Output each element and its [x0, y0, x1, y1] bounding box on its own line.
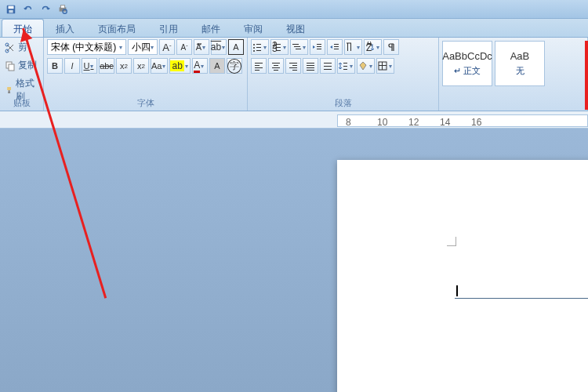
svg-rect-12 [256, 44, 261, 45]
svg-rect-55 [343, 63, 347, 64]
numbering-icon: 123 [271, 42, 282, 53]
brush-icon [5, 85, 13, 96]
tab-review[interactable]: 审阅 [232, 19, 274, 37]
svg-rect-1 [9, 5, 14, 9]
char-shading-button[interactable]: A [209, 58, 225, 74]
increase-indent-button[interactable] [327, 39, 343, 55]
decrease-indent-button[interactable] [310, 39, 325, 55]
font-color-button[interactable]: A [192, 58, 208, 74]
svg-rect-49 [307, 65, 314, 66]
svg-rect-54 [324, 69, 332, 70]
font-name-select[interactable]: 宋体 (中文标题)▾ [47, 39, 126, 55]
svg-rect-25 [296, 49, 301, 49]
outdent-icon [312, 42, 323, 53]
ruler-mark: 16 [471, 117, 481, 127]
svg-rect-52 [324, 63, 332, 64]
svg-rect-4 [60, 5, 64, 8]
font-size-select[interactable]: 小四▾ [128, 39, 158, 55]
bullets-icon [252, 42, 263, 53]
subscript-button[interactable]: x2 [116, 58, 132, 74]
show-marks-button[interactable] [383, 39, 399, 55]
svg-rect-31 [334, 49, 339, 49]
text-direction-button[interactable] [344, 39, 362, 55]
style-preview: AaB [510, 50, 530, 62]
spacing-icon [338, 60, 349, 71]
bullets-button[interactable] [251, 39, 269, 55]
highlight-button[interactable]: ab [169, 58, 190, 74]
align-distribute-button[interactable] [320, 58, 336, 74]
svg-point-13 [253, 47, 255, 49]
svg-rect-37 [255, 65, 260, 66]
horizontal-ruler[interactable]: 8 10 12 14 16 [337, 114, 588, 127]
style-none[interactable]: AaB 无 [495, 41, 545, 86]
italic-button[interactable]: I [64, 58, 80, 74]
svg-rect-23 [292, 44, 299, 45]
borders-icon [377, 60, 388, 71]
sort-button[interactable]: AZ [364, 39, 382, 55]
ruler-mark: 10 [377, 117, 387, 127]
align-justify-icon [305, 60, 316, 71]
underline-mark [455, 298, 588, 299]
align-right-icon [288, 60, 299, 71]
numbering-button[interactable]: 123 [270, 39, 289, 55]
svg-rect-44 [289, 63, 297, 64]
sort-icon: AZ [365, 42, 376, 53]
bold-button[interactable]: B [47, 58, 63, 74]
align-left-button[interactable] [251, 58, 267, 74]
phonetic-button[interactable]: ab [211, 39, 227, 55]
svg-rect-40 [272, 63, 280, 64]
tab-insert[interactable]: 插入 [44, 19, 86, 37]
superscript-button[interactable]: x2 [133, 58, 149, 74]
paragraph-group: 123 AZ 段落 [248, 38, 439, 111]
style-normal[interactable]: AaBbCcDc ↵ 正文 [442, 41, 492, 86]
svg-rect-39 [255, 70, 260, 71]
paragraph-group-label: 段落 [248, 97, 438, 109]
print-preview-button[interactable] [55, 2, 71, 17]
shrink-font-button[interactable]: Aˇ [176, 39, 192, 55]
ruler-area: 8 10 12 14 16 [0, 111, 588, 129]
char-border-button[interactable]: A [228, 39, 244, 55]
align-right-button[interactable] [285, 58, 301, 74]
scissors-icon [5, 42, 16, 53]
clear-format-button[interactable]: Aึ [194, 39, 209, 55]
save-button[interactable] [3, 2, 19, 17]
tab-page-layout[interactable]: 页面布局 [86, 19, 147, 37]
svg-rect-56 [343, 66, 347, 67]
svg-rect-53 [324, 66, 332, 67]
borders-button[interactable] [376, 58, 394, 74]
align-justify-button[interactable] [303, 58, 318, 74]
redo-button[interactable] [38, 2, 53, 17]
strikethrough-button[interactable]: abc [99, 58, 114, 74]
change-case-button[interactable]: Aa [151, 58, 168, 74]
svg-rect-42 [272, 67, 280, 68]
svg-rect-30 [334, 46, 339, 47]
grow-font-button[interactable]: Aˆ [159, 39, 175, 55]
undo-button[interactable] [20, 2, 36, 17]
indent-icon [329, 42, 340, 53]
enclose-char-button[interactable]: 字 [227, 58, 242, 74]
ribbon: 剪 复制 格式刷 贴板 宋体 (中文标题)▾ 小四▾ Aˆ Aˇ Aึ ab A… [0, 38, 588, 111]
svg-rect-45 [292, 65, 297, 66]
svg-rect-14 [256, 47, 261, 48]
svg-rect-24 [294, 46, 300, 47]
multilevel-button[interactable] [290, 39, 308, 55]
svg-rect-2 [9, 9, 13, 13]
style-name: 无 [516, 65, 524, 77]
svg-rect-48 [307, 63, 314, 64]
svg-rect-10 [7, 87, 11, 90]
underline-button[interactable]: U [82, 58, 97, 74]
tab-references[interactable]: 引用 [147, 19, 190, 37]
annotation-highlight-box [585, 41, 588, 110]
svg-point-11 [253, 44, 255, 45]
multilevel-icon [291, 42, 302, 53]
svg-text:3: 3 [272, 43, 278, 53]
svg-rect-51 [307, 70, 314, 71]
tab-view[interactable]: 视图 [274, 19, 317, 37]
document-page[interactable] [337, 160, 588, 392]
align-left-icon [253, 60, 264, 71]
align-center-button[interactable] [268, 58, 284, 74]
tab-mailings[interactable]: 邮件 [190, 19, 232, 37]
shading-button[interactable] [357, 58, 375, 74]
direction-icon [345, 42, 356, 53]
line-spacing-button[interactable] [337, 58, 355, 74]
